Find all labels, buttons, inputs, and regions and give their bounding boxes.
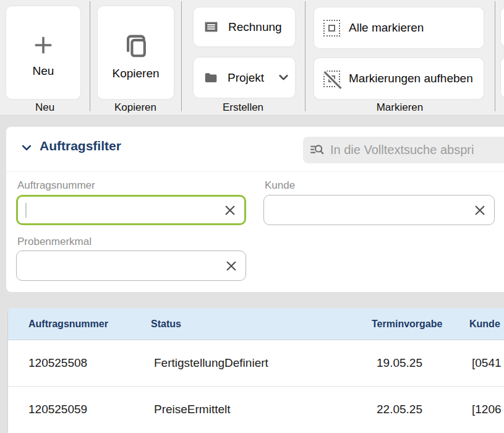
- table-header-row: Auftragsnummer Status Terminvorgabe Kund…: [8, 308, 504, 340]
- cell-kunde: [1206: [472, 387, 502, 432]
- ribbon-divider: [495, 1, 495, 111]
- kopieren-button[interactable]: Kopieren: [98, 6, 174, 99]
- kunde-field: [263, 195, 495, 225]
- filter-panel: Auftragsfilter Auftragsnummer Kunde Prob…: [6, 127, 504, 292]
- ribbon-group-label-markieren: Markieren: [305, 101, 495, 114]
- cell-auftragsnummer: 120525508: [28, 340, 87, 386]
- auftragsnummer-input[interactable]: [18, 197, 224, 223]
- select-all-icon: [323, 20, 340, 36]
- table-row[interactable]: 120525508 FertigstellungDefiniert 19.05.…: [8, 340, 504, 387]
- receipt-icon: [203, 19, 220, 35]
- kunde-input[interactable]: [264, 195, 474, 225]
- ribbon-divider: [181, 1, 182, 111]
- clear-probenmerkmal-icon[interactable]: [225, 260, 237, 272]
- cell-status: FertigstellungDefiniert: [154, 340, 268, 386]
- fulltext-search-box[interactable]: [303, 137, 504, 163]
- ribbon-group-label-kopieren: Kopieren: [90, 101, 181, 114]
- cell-terminvorgabe: 22.05.25: [377, 387, 422, 432]
- kopieren-button-label: Kopieren: [112, 67, 159, 80]
- cell-auftragsnummer: 120525059: [28, 387, 87, 432]
- clear-auftragsnummer-icon[interactable]: [224, 204, 236, 216]
- clear-kunde-icon[interactable]: [474, 204, 486, 216]
- ribbon-divider: [90, 1, 90, 111]
- ribbon-group-label-neu: Neu: [0, 101, 90, 114]
- neu-button-label: Neu: [33, 64, 54, 78]
- probenmerkmal-input[interactable]: [17, 251, 225, 280]
- projekt-button-label: Projekt: [228, 71, 264, 85]
- text-caret: [25, 203, 27, 218]
- rechnung-button[interactable]: Rechnung: [194, 7, 295, 46]
- cell-terminvorgabe: 19.05.25: [377, 340, 422, 386]
- rechnung-button-label: Rechnung: [228, 20, 282, 34]
- ribbon-toolbar: Neu Kopieren Rechnung Projekt Alle marki…: [0, 0, 504, 116]
- projekt-button[interactable]: Projekt: [194, 58, 295, 98]
- neu-button[interactable]: Neu: [6, 6, 80, 99]
- table-row[interactable]: 120525059 PreiseErmittelt 22.05.25 [1206: [8, 387, 504, 433]
- chevron-down-icon: [278, 72, 289, 84]
- auftragsnummer-field-label: Auftragsnummer: [17, 179, 95, 192]
- ribbon-divider: [305, 1, 305, 111]
- alle-markieren-button[interactable]: Alle markieren: [314, 7, 484, 48]
- cutoff-button-bottom[interactable]: [501, 58, 504, 98]
- panel-divider: [6, 171, 504, 172]
- alle-markieren-button-label: Alle markieren: [349, 21, 424, 35]
- deselect-icon: [323, 71, 340, 87]
- markierungen-aufheben-button[interactable]: Markierungen aufheben: [314, 58, 484, 99]
- cutoff-button-top[interactable]: [501, 7, 504, 46]
- orders-table: Auftragsnummer Status Terminvorgabe Kund…: [7, 308, 504, 433]
- column-header-auftragsnummer[interactable]: Auftragsnummer: [28, 308, 108, 340]
- folder-icon: [203, 70, 219, 86]
- filter-panel-title: Auftragsfilter: [40, 139, 121, 153]
- ribbon-group-label-erstellen: Erstellen: [181, 101, 305, 114]
- probenmerkmal-field: [16, 251, 246, 281]
- markierungen-aufheben-button-label: Markierungen aufheben: [349, 72, 473, 85]
- collapse-chevron-icon[interactable]: [20, 141, 33, 155]
- cell-status: PreiseErmittelt: [154, 387, 231, 432]
- fulltext-search-input[interactable]: [329, 142, 504, 158]
- probenmerkmal-field-label: Probenmerkmal: [17, 236, 92, 248]
- column-header-status[interactable]: Status: [151, 308, 181, 340]
- kunde-field-label: Kunde: [265, 179, 295, 192]
- auftragsnummer-field: [16, 195, 246, 225]
- text-search-icon: [309, 142, 325, 158]
- cell-kunde: [0541: [472, 340, 502, 386]
- copy-icon: [122, 31, 150, 59]
- column-header-terminvorgabe[interactable]: Terminvorgabe: [372, 308, 442, 340]
- column-header-kunde[interactable]: Kunde: [469, 308, 500, 340]
- plus-icon: [32, 33, 55, 57]
